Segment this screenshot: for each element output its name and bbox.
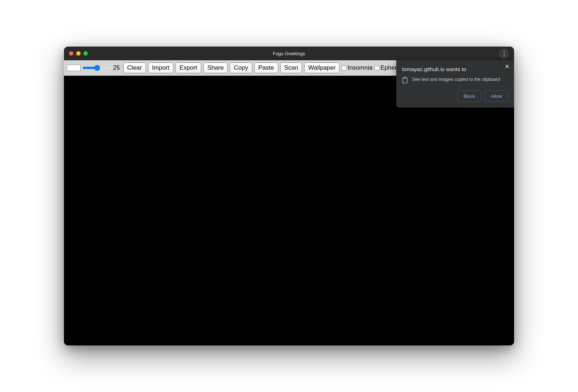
svg-rect-1 — [404, 77, 406, 78]
permission-prompt: ✕ tomayac.github.io wants to See text an… — [396, 60, 514, 108]
brush-size-value: 25 — [113, 64, 121, 71]
window-maximize-button[interactable] — [83, 51, 88, 56]
permission-description: See text and images copied to the clipbo… — [412, 77, 500, 83]
kebab-menu-icon — [504, 51, 505, 56]
allow-button[interactable]: Allow — [485, 91, 508, 102]
clear-button[interactable]: Clear — [123, 62, 146, 73]
brush-size-control: 25 — [83, 64, 121, 71]
titlebar: Fugu Greetings — [64, 47, 514, 60]
window-close-button[interactable] — [69, 51, 73, 56]
permission-origin: tomayac.github.io wants to — [402, 66, 508, 72]
import-button[interactable]: Import — [148, 62, 173, 73]
dialog-close-button[interactable]: ✕ — [504, 64, 510, 70]
window-minimize-button[interactable] — [76, 51, 81, 56]
close-icon: ✕ — [505, 64, 509, 70]
insomnia-toggle[interactable]: Insomnia — [342, 64, 372, 71]
svg-rect-0 — [403, 78, 407, 83]
export-button[interactable]: Export — [176, 62, 201, 73]
wallpaper-button[interactable]: Wallpaper — [304, 62, 340, 73]
copy-button[interactable]: Copy — [230, 62, 252, 73]
brush-size-slider[interactable] — [83, 67, 112, 69]
app-window: Fugu Greetings 25 Clear Import Export Sh… — [64, 47, 514, 345]
paste-button[interactable]: Paste — [254, 62, 278, 73]
clipboard-icon — [402, 77, 408, 83]
scan-button[interactable]: Scan — [280, 62, 302, 73]
block-button[interactable]: Block — [457, 91, 481, 102]
insomnia-checkbox[interactable] — [342, 66, 346, 70]
ephemeral-checkbox[interactable] — [375, 66, 379, 70]
app-menu-button[interactable] — [499, 48, 509, 58]
traffic-lights — [69, 51, 88, 56]
color-picker[interactable] — [67, 65, 81, 71]
permission-body: See text and images copied to the clipbo… — [402, 77, 508, 83]
window-title: Fugu Greetings — [273, 51, 305, 56]
share-button[interactable]: Share — [203, 62, 228, 73]
insomnia-label: Insomnia — [348, 64, 372, 71]
permission-actions: Block Allow — [402, 91, 508, 102]
drawing-canvas[interactable] — [64, 76, 514, 345]
